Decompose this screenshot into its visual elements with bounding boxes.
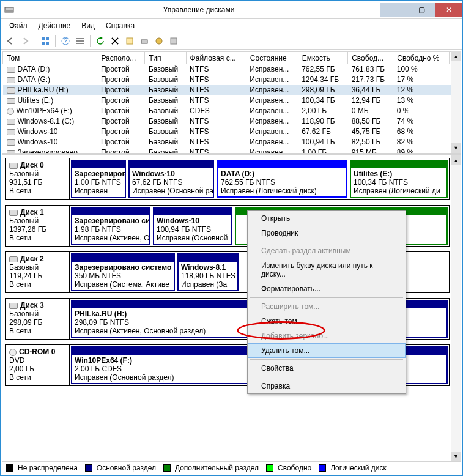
volume-row[interactable]: DATA (D:)ПростойБазовыйNTFSИсправен...76… — [3, 64, 461, 75]
volume-row[interactable]: Windows-10ПростойБазовыйNTFSИсправен...6… — [3, 127, 461, 137]
window-title: Управление дисками — [18, 6, 380, 14]
eject-icon[interactable] — [153, 35, 165, 47]
svg-rect-2 — [42, 37, 45, 40]
svg-rect-8 — [76, 38, 84, 39]
partition[interactable]: Windows-1067,62 ГБ NTFSИсправен (Основно… — [128, 160, 214, 198]
volume-row[interactable]: PHILka.RU (H:)ПростойБазовыйNTFSИсправен… — [3, 85, 461, 95]
menubar: Файл Действие Вид Справка — [1, 19, 462, 32]
svg-rect-9 — [76, 40, 84, 42]
scroll-down-icon[interactable]: ▼ — [451, 452, 461, 461]
svg-text:?: ? — [64, 37, 68, 45]
legend-swatch — [163, 464, 171, 472]
context-menu-item[interactable]: Свойства — [248, 361, 406, 376]
list-icon[interactable] — [74, 35, 86, 47]
menu-separator — [250, 297, 403, 298]
column-header[interactable]: Том — [3, 52, 97, 64]
volume-row[interactable]: DATA (G:)ПростойБазовыйNTFSИсправен...12… — [3, 75, 461, 85]
menu-action[interactable]: Действие — [34, 20, 76, 31]
volume-row[interactable]: Win10PEx64 (F:)ПростойБазовыйCDFSИсправе… — [3, 106, 461, 116]
svg-rect-11 — [127, 38, 133, 44]
legend-label: Свободно — [278, 464, 311, 472]
volume-row[interactable]: Зарезервировано...ПростойБазовыйNTFSИспр… — [3, 147, 461, 156]
partition[interactable]: Windows-10100,94 ГБ NTFSИсправен (Основн… — [153, 207, 232, 245]
menu-separator — [250, 377, 403, 377]
context-menu-item[interactable]: Открыть — [248, 211, 406, 226]
svg-rect-1 — [5, 10, 13, 12]
volume-list: ТомРасполо...ТипФайловая с...СостояниеЕм… — [2, 51, 461, 155]
properties-icon[interactable] — [124, 35, 136, 47]
legend-swatch — [85, 464, 92, 472]
scroll-down-icon[interactable]: ▼ — [451, 143, 461, 153]
context-menu-item[interactable]: Справка — [248, 379, 406, 393]
disk-info[interactable]: Диск 0Базовый931,51 ГБВ сети — [6, 158, 70, 199]
disk-info[interactable]: CD-ROM 0DVD2,00 ГБВ сети — [6, 345, 70, 385]
volume-scrollbar[interactable]: ▲ ▼ — [451, 51, 461, 153]
svg-point-13 — [156, 38, 162, 44]
legend-swatch — [266, 464, 273, 472]
svg-rect-5 — [46, 42, 49, 45]
back-icon[interactable] — [4, 35, 17, 47]
legend-label: Не распределена — [18, 464, 78, 472]
menu-file[interactable]: Файл — [4, 20, 32, 31]
menu-separator — [250, 242, 403, 242]
svg-rect-4 — [42, 42, 45, 45]
context-menu-item: Расширить том... — [248, 299, 406, 314]
menu-view[interactable]: Вид — [76, 20, 100, 31]
context-menu-item: Добавить зеркало... — [248, 329, 406, 343]
context-menu-item[interactable]: Проводник — [248, 226, 406, 240]
graphical-scrollbar[interactable]: ▲ ▼ — [451, 155, 461, 461]
scroll-up-icon[interactable]: ▲ — [451, 155, 461, 165]
context-menu-item[interactable]: Форматировать... — [248, 281, 406, 296]
legend-label: Основной раздел — [97, 464, 156, 472]
disk-row: Диск 0Базовый931,51 ГБВ сетиЗарезервиров… — [5, 158, 450, 200]
volume-row[interactable]: Utilites (E:)ПростойБазовыйNTFSИсправен.… — [3, 95, 461, 106]
legend-swatch — [319, 464, 326, 472]
column-header[interactable]: Располо... — [97, 52, 145, 64]
settings-icon[interactable] — [168, 35, 180, 47]
legend: Не распределенаОсновной разделДополнител… — [2, 461, 461, 474]
column-header[interactable]: Файловая с... — [186, 52, 246, 64]
menu-help[interactable]: Справка — [101, 20, 139, 31]
legend-label: Логический диск — [330, 464, 387, 472]
rescan-icon[interactable] — [138, 35, 150, 47]
partition[interactable]: DATA (D:)762,55 ГБ NTFSИсправен (Логичес… — [217, 160, 347, 198]
partition[interactable]: Зарезервировано системо350 МБ NTFSИсправ… — [71, 253, 175, 291]
partition[interactable]: Зарезервировано сис1,98 ГБ NTFSИсправен … — [71, 207, 150, 245]
context-menu-item[interactable]: Сжать том... — [248, 314, 406, 329]
delete-icon[interactable] — [109, 35, 121, 47]
legend-swatch — [6, 464, 13, 472]
context-menu-item[interactable]: Изменить букву диска или путь к диску... — [248, 258, 406, 281]
scroll-up-icon[interactable]: ▲ — [451, 51, 461, 61]
disk-info[interactable]: Диск 3Базовый298,09 ГБВ сети — [6, 299, 70, 339]
svg-rect-14 — [171, 38, 177, 44]
volume-row[interactable]: Windows-8.1 (C:)ПростойБазовыйNTFSИсправ… — [3, 116, 461, 127]
minimize-button[interactable]: — — [380, 3, 407, 17]
context-menu-item[interactable]: Удалить том... — [248, 343, 406, 358]
context-menu-item: Сделать раздел активным — [248, 244, 406, 258]
legend-label: Дополнительный раздел — [175, 464, 259, 472]
svg-rect-12 — [141, 40, 147, 43]
maximize-button[interactable]: ▢ — [407, 3, 435, 17]
context-menu: ОткрытьПроводникСделать раздел активнымИ… — [247, 210, 406, 394]
toolbar: ? — [1, 32, 462, 50]
column-header[interactable]: Емкость — [298, 52, 348, 64]
svg-rect-10 — [76, 43, 84, 44]
svg-rect-3 — [46, 37, 49, 40]
column-header[interactable]: Свободно % — [393, 52, 450, 64]
views-icon[interactable] — [39, 35, 51, 47]
forward-icon[interactable] — [19, 35, 31, 47]
close-button[interactable]: ✕ — [435, 3, 462, 17]
disk-info[interactable]: Диск 1Базовый1397,26 ГБВ сети — [6, 206, 70, 246]
column-header[interactable]: Тип — [145, 52, 186, 64]
refresh-icon[interactable] — [94, 35, 106, 47]
partition[interactable]: Utilites (E:)100,34 ГБ NTFSИсправен (Лог… — [350, 160, 448, 198]
column-header[interactable]: Свобод... — [348, 52, 393, 64]
partition[interactable]: Зарезервиров1,00 ГБ NTFSИсправен — [71, 160, 126, 198]
partition[interactable]: Windows-8.1118,90 ГБ NTFSИсправен (За — [177, 253, 239, 291]
help-icon[interactable]: ? — [59, 35, 72, 47]
titlebar: Управление дисками — ▢ ✕ — [1, 1, 462, 19]
disk-info[interactable]: Диск 2Базовый119,24 ГБВ сети — [6, 252, 70, 292]
column-header[interactable]: Состояние — [246, 52, 298, 64]
volume-row[interactable]: Windows-10ПростойБазовыйNTFSИсправен...1… — [3, 137, 461, 147]
app-icon — [4, 5, 14, 15]
